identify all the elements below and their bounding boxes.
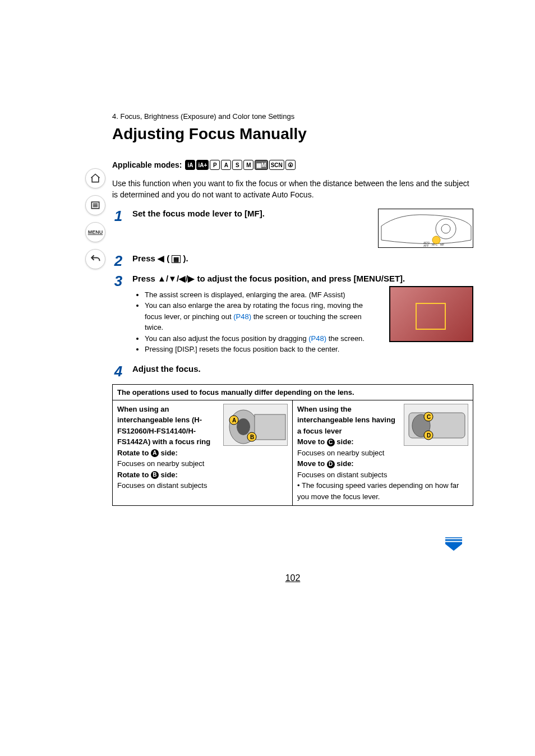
note: You can also enlarge the area by rotatin… <box>145 300 379 333</box>
step-4: 4 Adjust the focus. <box>112 364 473 379</box>
note: You can also adjust the focus position b… <box>145 333 379 344</box>
right-note: The focusing speed varies depending on h… <box>297 481 459 501</box>
marker-c: C <box>327 439 335 446</box>
svg-text:A: A <box>232 417 236 423</box>
step-number: 4 <box>112 364 124 379</box>
svg-text:MF: MF <box>440 243 444 246</box>
marker-d: D <box>327 460 335 468</box>
step-2-post: ). <box>181 253 188 263</box>
svg-point-13 <box>237 418 250 435</box>
step-number: 2 <box>112 253 124 268</box>
page-number: 102 <box>112 573 473 583</box>
mode-ia-plus-icon: iA+ <box>196 160 209 170</box>
mode-creative-icon: ⦿ <box>285 160 296 170</box>
page-title: Adjusting Focus Manually <box>112 125 473 143</box>
page-link[interactable]: (P48) <box>308 334 326 343</box>
applicable-modes: Applicable modes: iA iA+ P A S M ▦M SCN … <box>112 160 473 170</box>
home-icon[interactable] <box>85 168 105 188</box>
focus-lever-illustration: C D <box>404 404 468 446</box>
left-b-desc: Focuses on distant subjects <box>117 480 288 491</box>
mf-assist-preview <box>389 286 473 342</box>
step-2-title: Press ◀ ( ▦ ). <box>132 253 473 264</box>
menu-button[interactable]: MENU <box>85 222 105 242</box>
step-3-notes: The assist screen is displayed, enlargin… <box>132 289 379 355</box>
marker-b: B <box>151 471 159 479</box>
svg-text:AFF: AFF <box>423 244 428 247</box>
box-header: The operations used to focus manually di… <box>113 385 473 400</box>
left-a-desc: Focuses on nearby subject <box>117 458 288 469</box>
page-link[interactable]: (P48) <box>233 312 251 321</box>
note: Pressing [DISP.] resets the focus positi… <box>145 344 379 355</box>
svg-text:B: B <box>250 434 254 440</box>
box-left-col: A B When using an interchangeable lens (… <box>113 400 293 506</box>
right-c-desc: Focuses on nearby subject <box>297 448 468 459</box>
right-d-desc: Focuses on distant subjects <box>297 469 468 481</box>
step-1-title: Set the focus mode lever to [MF]. <box>132 209 368 218</box>
box-right-col: C D When using the interchangeable lens … <box>293 400 473 506</box>
toc-icon[interactable] <box>85 195 105 215</box>
mode-s-icon: S <box>232 160 242 170</box>
mode-icons: iA iA+ P A S M ▦M SCN ⦿ <box>185 160 295 170</box>
svg-text:C: C <box>427 414 431 420</box>
svg-text:D: D <box>427 432 431 439</box>
svg-text:AFC: AFC <box>432 243 437 246</box>
note: The assist screen is displayed, enlargin… <box>145 289 379 301</box>
step-3: 3 Press ▲/▼/◀/▶ to adjust the focus posi… <box>112 274 473 358</box>
lens-operations-box: The operations used to focus manually di… <box>112 384 473 506</box>
step-1: 1 Set the focus mode lever to [MF]. AFS/… <box>112 209 473 248</box>
mode-m-icon: M <box>243 160 253 170</box>
svg-rect-14 <box>255 414 285 440</box>
mode-ia-icon: iA <box>185 160 195 170</box>
mode-p-icon: P <box>210 160 220 170</box>
mode-scn-icon: SCN <box>269 160 284 170</box>
mode-movie-icon: ▦M <box>255 160 268 170</box>
continue-arrow-icon <box>445 537 462 551</box>
step-number: 3 <box>112 274 124 358</box>
step-3-title: Press ▲/▼/◀/▶ to adjust the focus positi… <box>132 274 473 284</box>
mode-a-icon: A <box>221 160 231 170</box>
step-4-title: Adjust the focus. <box>132 364 473 374</box>
applicable-label: Applicable modes: <box>112 160 182 169</box>
focus-ring-illustration: A B <box>223 404 288 446</box>
breadcrumb: 4. Focus, Brightness (Exposure) and Colo… <box>112 112 473 121</box>
marker-a: A <box>151 449 159 457</box>
intro-text: Use this function when you want to fix t… <box>112 178 473 201</box>
doc-sidebar: MENU <box>84 168 107 269</box>
step-2-pre: Press ◀ ( <box>132 253 172 263</box>
step-2: 2 Press ◀ ( ▦ ). <box>112 253 473 268</box>
focus-area-icon: ▦ <box>172 255 181 263</box>
step-number: 1 <box>112 209 124 248</box>
back-icon[interactable] <box>85 249 105 269</box>
camera-top-illustration: AFS/ AFF AFC MF <box>378 209 473 248</box>
